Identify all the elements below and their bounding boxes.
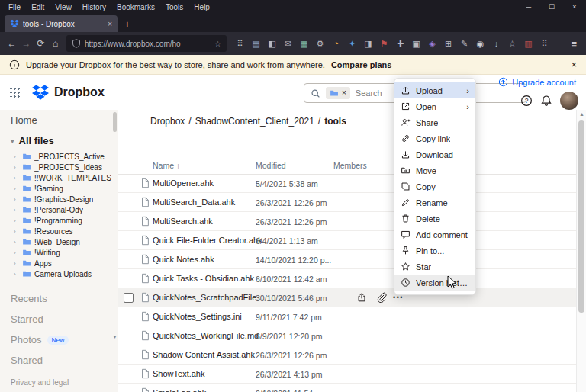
refresh-button[interactable]: ⟳	[34, 38, 48, 49]
menu-item-rename[interactable]: Rename	[394, 194, 475, 210]
apps-grid-icon[interactable]	[9, 87, 20, 98]
chevron-right-icon[interactable]: ›	[14, 239, 19, 246]
extension-icon[interactable]: ▥	[523, 39, 534, 49]
extension-icon[interactable]: ☆	[507, 39, 518, 49]
extension-icon[interactable]: ✎	[459, 39, 470, 49]
sidebar-item-photos[interactable]: PhotosNew	[0, 329, 118, 350]
sidebar-folder-personal-ody[interactable]: ›!Personal-Ody	[0, 204, 118, 215]
banner-close-icon[interactable]: ×	[571, 59, 577, 70]
file-name[interactable]: QuickNotes_ScratchpadFile...	[153, 293, 264, 302]
menu-item-share[interactable]: Share	[394, 114, 475, 130]
table-row[interactable]: Quick Notes.ahk14/10/2021 12:20 p...	[118, 250, 576, 269]
chevron-right-icon[interactable]: ›	[14, 185, 19, 192]
extension-icon[interactable]: ◈	[427, 39, 438, 49]
extension-icon[interactable]: ✉	[282, 39, 294, 49]
avatar[interactable]	[560, 92, 578, 110]
chevron-right-icon[interactable]: ›	[14, 153, 19, 160]
url-bar[interactable]: https://www.dropbox.com/ho ☆	[66, 35, 227, 52]
file-name[interactable]: Quick Notes.ahk	[153, 255, 214, 264]
column-modified[interactable]: Modified	[256, 161, 286, 170]
app-menu-icon[interactable]: ≡	[566, 38, 581, 50]
table-row[interactable]: SmalaLog.ahk9/10/2021 11:54 am	[118, 384, 576, 392]
table-row[interactable]: QuickNotes_ScratchpadFile...30/10/2021 5…	[118, 288, 576, 307]
file-name[interactable]: MultiOpener.ahk	[153, 178, 214, 188]
help-icon[interactable]: ?	[520, 95, 533, 107]
file-name[interactable]: ShowText.ahk	[153, 369, 204, 378]
sidebar-folder-web-design[interactable]: ›!Web_Design	[0, 236, 118, 247]
menu-tools[interactable]: Tools	[160, 3, 188, 11]
menu-item-download[interactable]: Download	[394, 146, 475, 162]
shield-icon[interactable]	[72, 39, 81, 48]
sidebar-item-recents[interactable]: Recents	[0, 288, 118, 309]
paperclip-icon[interactable]	[376, 292, 387, 303]
home-button[interactable]: ⌂	[48, 38, 63, 49]
maximize-button[interactable]: ☐	[540, 3, 563, 11]
sidebar-folder-work-templates[interactable]: ›!!WORK_TEMPLATES	[0, 172, 118, 183]
menu-item-copy[interactable]: Copy	[394, 178, 475, 194]
scroll-up-icon[interactable]: ▲	[579, 111, 584, 117]
file-name[interactable]: MultiSearch_Data.ahk	[153, 198, 235, 207]
sidebar-scroll-down-icon[interactable]: ▼	[112, 334, 118, 339]
table-row[interactable]: Quick Tasks - Obsidian.ahk6/10/2021 12:4…	[118, 269, 576, 288]
file-name[interactable]: QuickNotes_WorkingFile.md	[153, 331, 259, 340]
extension-icon[interactable]: ⠿	[234, 39, 246, 49]
minimize-button[interactable]: ─	[517, 3, 540, 11]
tab-close-icon[interactable]: ×	[108, 20, 112, 28]
menu-item-add-comment[interactable]: Add comment	[394, 227, 475, 243]
search-folder-chip[interactable]: ×	[326, 87, 350, 99]
file-name[interactable]: Shadow Content Assist.ahk	[153, 350, 255, 359]
sidebar-scrollbar-thumb[interactable]	[113, 112, 117, 132]
forward-button[interactable]: →	[19, 38, 34, 49]
sidebar-item-shared[interactable]: Shared	[0, 350, 118, 371]
new-tab-button[interactable]: +	[118, 18, 137, 32]
extension-icon[interactable]: ⚑	[378, 39, 390, 49]
tab-tools-dropbox[interactable]: tools - Dropbox ×	[5, 15, 118, 32]
chevron-right-icon[interactable]: ›	[14, 207, 19, 214]
menu-item-version-history[interactable]: Version history	[394, 275, 475, 291]
menu-item-pin-to[interactable]: Pin to...	[394, 243, 475, 259]
close-button[interactable]: ×	[563, 3, 586, 11]
sidebar-folder-apps[interactable]: ›Apps	[0, 258, 118, 268]
table-row[interactable]: MultiOpener.ahk5/4/2021 5:38 am	[118, 174, 576, 193]
sidebar-folder-projects-active[interactable]: ›_PROJECTS_Active	[0, 151, 118, 162]
extension-icon[interactable]: ⚙	[314, 39, 326, 49]
extension-icon[interactable]: ◧	[266, 39, 278, 49]
extension-icon[interactable]: ↓	[491, 39, 502, 48]
sidebar-folder-programming[interactable]: ›!Programming	[0, 215, 118, 226]
sidebar-folder-gaming[interactable]: ›!Gaming	[0, 183, 118, 194]
extension-icon[interactable]: ▤	[250, 39, 262, 49]
sidebar-folder-camera-uploads[interactable]: ›Camera Uploads	[0, 268, 118, 279]
sidebar-folder-writing[interactable]: ›!Writing	[0, 247, 118, 258]
chevron-down-icon[interactable]: ▾	[11, 137, 14, 145]
menu-help[interactable]: Help	[188, 3, 215, 11]
sidebar-item-starred[interactable]: Starred	[0, 309, 118, 329]
menu-file[interactable]: File	[3, 3, 26, 11]
menu-item-open[interactable]: Open›	[394, 98, 475, 114]
table-row[interactable]: MultiSearch_Data.ahk26/3/2021 12:26 pm	[118, 193, 576, 212]
file-name[interactable]: Quick Tasks - Obsidian.ahk	[153, 274, 254, 283]
table-row[interactable]: MultiSearch.ahk26/3/2021 12:26 pm	[118, 212, 576, 231]
upgrade-account-link[interactable]: Upgrade account	[498, 77, 576, 87]
back-button[interactable]: ←	[5, 38, 19, 49]
chip-close-icon[interactable]: ×	[342, 89, 346, 97]
menu-item-upload[interactable]: Upload›	[394, 82, 475, 98]
sidebar-item-home[interactable]: Home	[0, 110, 118, 130]
extension-icon[interactable]: ◨	[362, 39, 374, 49]
row-checkbox[interactable]	[124, 293, 134, 303]
file-name[interactable]: SmalaLog.ahk	[153, 388, 206, 392]
breadcrumb-shadowcontent-client-2021[interactable]: ShadowContent_Client_2021	[195, 116, 314, 127]
main-scrollbar-thumb[interactable]	[578, 120, 584, 313]
extension-icon[interactable]: ✚	[394, 39, 406, 49]
bookmark-star-icon[interactable]: ☆	[214, 40, 221, 48]
chevron-right-icon[interactable]: ›	[14, 249, 19, 256]
sidebar-item-all-files[interactable]: ▾ All files	[0, 130, 118, 151]
share-icon[interactable]	[356, 292, 367, 303]
dropbox-logo[interactable]: Dropbox	[32, 84, 105, 101]
column-name[interactable]: Name ↑	[153, 161, 180, 170]
menu-item-copy-link[interactable]: Copy link	[394, 130, 475, 146]
main-scrollbar[interactable]: ▲	[576, 110, 586, 392]
table-row[interactable]: Quick File-Folder Creator.ahk6/4/2021 1:…	[118, 231, 576, 250]
compare-plans-link[interactable]: Compare plans	[331, 60, 391, 69]
file-name[interactable]: Quick File-Folder Creator.ahk	[153, 236, 262, 245]
chevron-right-icon[interactable]: ›	[14, 175, 19, 182]
